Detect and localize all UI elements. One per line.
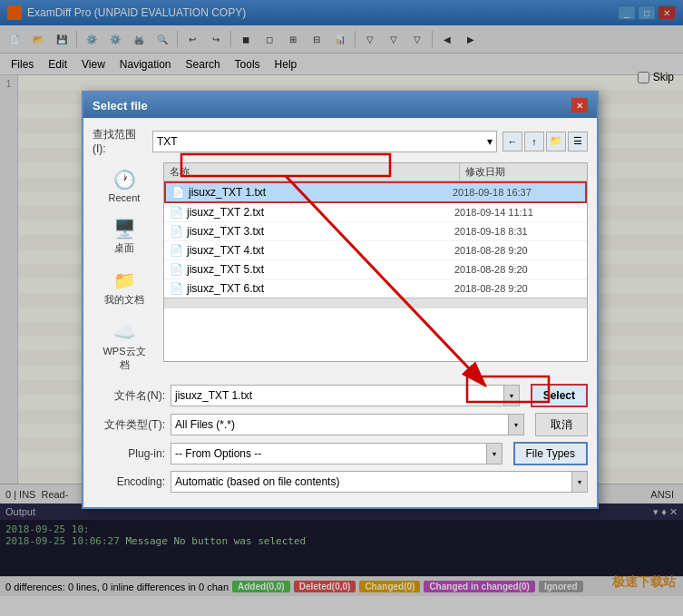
location-new-folder-btn[interactable]: 📁 [546, 132, 566, 152]
plugin-input[interactable] [171, 443, 486, 464]
file-date-5: 2018-08-28 9:20 [454, 283, 581, 294]
file-icon-2: 📄 [170, 225, 183, 238]
file-row-2[interactable]: 📄 jisuxz_TXT 3.txt 2018-09-18 8:31 [164, 222, 587, 241]
location-arrow-icon: ▾ [487, 135, 493, 148]
nav-label-recent: Recent [109, 192, 141, 203]
sidebar-nav: 🕐 Recent 🖥️ 桌面 📁 我的文档 ☁️ [93, 162, 156, 376]
file-list-hscroll[interactable] [164, 298, 587, 308]
file-name-2: jisuxz_TXT 3.txt [187, 225, 454, 238]
file-icon-0: 📄 [171, 186, 185, 199]
file-name-1: jisuxz_TXT 2.txt [187, 206, 454, 219]
nav-item-desktop[interactable]: 🖥️ 桌面 [95, 211, 154, 259]
filetype-dropdown-btn[interactable]: ▾ [508, 414, 524, 435]
encoding-input[interactable] [171, 471, 571, 493]
location-label: 查找范围(I): [93, 127, 147, 155]
filename-label: 文件名(N): [93, 388, 165, 404]
nav-label-desktop: 桌面 [114, 241, 134, 255]
filetype-input[interactable] [171, 414, 508, 435]
file-icon-3: 📄 [170, 244, 183, 257]
desktop-icon: 🖥️ [110, 216, 139, 241]
filename-row: 文件名(N): ▾ Select [93, 384, 588, 407]
plugin-combo-wrapper: ▾ [171, 443, 502, 464]
file-row-1[interactable]: 📄 jisuxz_TXT 2.txt 2018-09-14 11:11 [164, 203, 587, 222]
plugin-label: Plug-in: [93, 447, 165, 460]
documents-icon: 📁 [110, 268, 139, 293]
select-file-dialog: Select file ✕ 查找范围(I): TXT ▾ ← ↑ 📁 ☰ [82, 91, 599, 509]
filetype-label: 文件类型(T): [93, 417, 165, 433]
location-view-btn[interactable]: ☰ [568, 132, 588, 152]
col-name-header: 名称 [164, 163, 460, 181]
file-date-2: 2018-09-18 8:31 [454, 226, 581, 237]
encoding-dropdown-btn[interactable]: ▾ [571, 471, 588, 493]
filetypes-button[interactable]: File Types [513, 442, 588, 465]
dialog-title-bar: Select file ✕ [83, 93, 597, 118]
file-row-4[interactable]: 📄 jisuxz_TXT 5.txt 2018-08-28 9:20 [164, 260, 587, 279]
file-row-0[interactable]: 📄 jisuxz_TXT 1.txt 2018-09-18 16:37 [164, 181, 587, 203]
app-window: ExamDiff Pro (UNPAID EVALUATION COPY) _ … [0, 0, 683, 616]
file-name-3: jisuxz_TXT 4.txt [187, 244, 454, 257]
filename-input[interactable] [171, 385, 503, 406]
filetype-row: 文件类型(T): ▾ 取消 [93, 413, 588, 436]
file-list: 名称 修改日期 📄 jisuxz_TXT 1.txt 2018-09-18 16… [163, 162, 588, 362]
file-row-5[interactable]: 📄 jisuxz_TXT 6.txt 2018-08-28 9:20 [164, 279, 587, 298]
select-button[interactable]: Select [531, 384, 588, 407]
nav-item-cloud[interactable]: ☁️ WPS云文档 [95, 315, 154, 376]
filetype-combo-wrapper: ▾ [171, 414, 524, 435]
cloud-icon: ☁️ [110, 319, 139, 345]
file-name-0: jisuxz_TXT 1.txt [189, 186, 453, 199]
dialog-title-text: Select file [93, 99, 148, 112]
nav-label-documents: 我的文档 [104, 293, 144, 307]
plugin-dropdown-btn[interactable]: ▾ [486, 443, 502, 464]
filename-dropdown-btn[interactable]: ▾ [503, 385, 520, 406]
nav-label-cloud: WPS云文档 [100, 345, 150, 372]
file-row-3[interactable]: 📄 jisuxz_TXT 4.txt 2018-08-28 9:20 [164, 241, 587, 260]
file-date-0: 2018-09-18 16:37 [453, 187, 580, 198]
browser-container: 🕐 Recent 🖥️ 桌面 📁 我的文档 ☁️ [93, 162, 588, 376]
file-date-4: 2018-08-28 9:20 [454, 264, 581, 275]
recent-icon: 🕐 [110, 167, 139, 192]
encoding-label: Encoding: [93, 475, 165, 488]
file-icon-5: 📄 [170, 282, 183, 295]
cancel-button[interactable]: 取消 [535, 413, 588, 436]
encoding-combo-wrapper: ▾ [171, 471, 588, 493]
dialog-overlay: Select file ✕ 查找范围(I): TXT ▾ ← ↑ 📁 ☰ [0, 0, 683, 616]
location-icons: ← ↑ 📁 ☰ [502, 132, 588, 152]
file-icon-1: 📄 [170, 206, 183, 219]
dialog-close-button[interactable]: ✕ [571, 98, 588, 112]
file-list-header: 名称 修改日期 [164, 163, 587, 181]
encoding-row: Encoding: ▾ [93, 471, 588, 493]
file-name-5: jisuxz_TXT 6.txt [187, 282, 454, 295]
nav-item-documents[interactable]: 📁 我的文档 [95, 263, 154, 311]
location-up-btn[interactable]: ↑ [524, 132, 544, 152]
file-date-3: 2018-08-28 9:20 [454, 245, 581, 256]
location-bar: 查找范围(I): TXT ▾ ← ↑ 📁 ☰ [93, 127, 588, 155]
location-back-btn[interactable]: ← [502, 132, 522, 152]
location-value: TXT [157, 135, 178, 148]
filename-combo-wrapper: ▾ [171, 385, 520, 406]
location-combo[interactable]: TXT ▾ [152, 131, 497, 152]
file-icon-4: 📄 [170, 263, 183, 276]
file-name-4: jisuxz_TXT 5.txt [187, 263, 454, 276]
col-date-header: 修改日期 [460, 163, 587, 181]
file-date-1: 2018-09-14 11:11 [454, 207, 581, 218]
plugin-row: Plug-in: ▾ File Types [93, 442, 588, 465]
nav-item-recent[interactable]: 🕐 Recent [95, 162, 154, 208]
dialog-body: 查找范围(I): TXT ▾ ← ↑ 📁 ☰ [83, 118, 597, 507]
